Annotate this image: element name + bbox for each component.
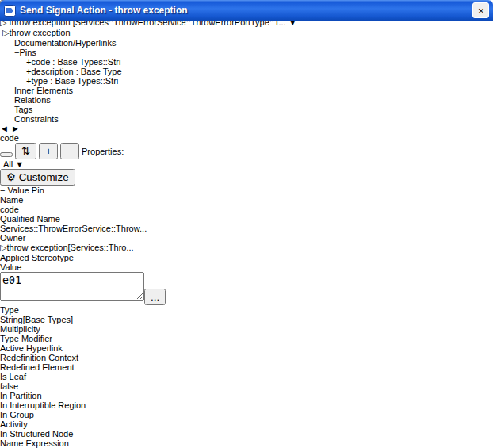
tree-item-type-base-types-stri[interactable]: +type : Base Types::Stri <box>0 76 493 86</box>
property-rows: NamecodeQualified NameServices::ThrowErr… <box>0 195 493 448</box>
customize-button[interactable]: ⚙ Customize <box>0 169 75 186</box>
property-row-type-modifier[interactable]: Type Modifier <box>0 334 493 343</box>
properties-label: Properties: <box>82 147 124 156</box>
sort-alphabetically-button[interactable]: ⇅ <box>15 143 36 159</box>
property-value[interactable]: false <box>0 381 493 391</box>
collapse-all-icon: − <box>67 145 73 157</box>
property-name: Type <box>0 305 493 315</box>
property-row-in-partition[interactable]: In Partition <box>0 391 493 400</box>
tree-item-throw-exception[interactable]: ▷throw exception <box>0 28 493 38</box>
property-name: Multiplicity <box>0 324 493 334</box>
property-value[interactable]: code <box>0 205 493 214</box>
property-name: Activity <box>0 419 493 429</box>
tree-item-description-base-type[interactable]: +description : Base Type <box>0 67 493 76</box>
property-value[interactable]: ▷throw exception[Services::Thro... <box>0 243 493 253</box>
open-value-editor-button[interactable]: ... <box>144 289 166 305</box>
customize-icon: ⚙ <box>6 171 16 183</box>
property-row-value[interactable]: Valuee01... <box>0 262 493 305</box>
sort-icon: ⇅ <box>21 145 30 157</box>
property-row-name[interactable]: Namecode <box>0 195 493 214</box>
section-collapse-icon[interactable]: − <box>0 186 5 195</box>
section-header[interactable]: − Value Pin <box>0 186 493 195</box>
property-row-active-hyperlink[interactable]: Active Hyperlink <box>0 343 493 353</box>
tree-item-label: Documentation/Hyperlinks <box>14 38 116 48</box>
titlebar[interactable]: Send Signal Action - throw exception × <box>0 0 493 21</box>
property-row-multiplicity[interactable]: Multiplicity <box>0 324 493 334</box>
tree-item-label: Constraints <box>14 114 59 124</box>
dialog-body: ← → History : ▷ throw exception [Service… <box>0 0 493 448</box>
window-title: Send Signal Action - throw exception <box>20 5 468 16</box>
tree-item-label: throw exception <box>9 28 70 37</box>
property-row-applied-stereotype[interactable]: Applied Stereotype <box>0 253 493 262</box>
property-value-text: throw exception <box>6 243 67 252</box>
property-name: Active Hyperlink <box>0 343 493 353</box>
property-row-activity[interactable]: Activity <box>0 419 493 429</box>
tree-item-constraints[interactable]: Constraints <box>0 114 493 124</box>
property-value-text: String <box>0 315 23 324</box>
property-name: Applied Stereotype <box>0 253 493 262</box>
properties-filter-value: All <box>3 159 13 169</box>
tree-item-label: Pins <box>19 48 36 57</box>
properties-filter-dropdown[interactable]: All ▼ <box>3 159 493 169</box>
value-editor[interactable]: e01 <box>0 272 144 301</box>
property-value-text: false <box>0 381 18 391</box>
scroll-right-button[interactable]: ► <box>11 124 20 133</box>
property-row-redefinition-context[interactable]: Redefinition Context <box>0 353 493 362</box>
property-row-in-interruptible-region[interactable]: In Interruptible Region <box>0 400 493 410</box>
property-name: Owner <box>0 233 493 243</box>
property-name: Qualified Name <box>0 214 493 224</box>
properties-filter-dropdown-button[interactable]: ▼ <box>15 159 24 169</box>
property-name: In Interruptible Region <box>0 400 493 410</box>
tree-item-label: code : Base Types::Stri <box>31 57 120 67</box>
property-value[interactable]: e01... <box>0 272 493 305</box>
properties-panel: code ⇅ + − Properties: All ▼ ⚙ Customize <box>0 133 493 448</box>
scroll-left-button[interactable]: ◄ <box>0 124 9 133</box>
value-editor-area[interactable]: e01... <box>0 272 493 305</box>
property-row-is-leaf[interactable]: Is Leaffalse <box>0 372 493 391</box>
property-grid: − Value Pin NamecodeQualified NameServic… <box>0 186 493 448</box>
tree-item-documentation-hyperlinks[interactable]: Documentation/Hyperlinks <box>0 38 493 48</box>
property-name: Redefinition Context <box>0 353 493 362</box>
property-name: Redefined Element <box>0 362 493 372</box>
tree-item-label: type : Base Types::Stri <box>31 76 118 86</box>
property-row-owner[interactable]: Owner▷throw exception[Services::Thro... <box>0 233 493 253</box>
property-value[interactable]: Services::ThrowErrorService::Throw... <box>0 224 493 233</box>
categorized-view-button[interactable] <box>0 152 13 157</box>
tree-item-tags[interactable]: Tags <box>0 105 493 114</box>
chevron-down-icon: ▼ <box>15 159 24 169</box>
group-title: code <box>0 133 19 143</box>
property-value[interactable]: String[Base Types] <box>0 315 493 324</box>
expand-all-button[interactable]: + <box>39 143 58 159</box>
scroll-right-icon: ► <box>11 124 20 133</box>
tree-item-pins[interactable]: −Pins <box>0 48 493 57</box>
property-row-name-expression[interactable]: Name Expression <box>0 438 493 448</box>
close-button[interactable]: × <box>472 2 489 18</box>
property-row-in-structured-node[interactable]: In Structured Node <box>0 429 493 438</box>
tree-item-label: Inner Elements <box>14 86 73 95</box>
tree-item-relations[interactable]: Relations <box>0 95 493 105</box>
tree: ▷throw exceptionDocumentation/Hyperlinks… <box>0 28 493 124</box>
expand-all-icon: + <box>45 145 52 157</box>
tree-item-inner-elements[interactable]: Inner Elements <box>0 86 493 95</box>
tree-panel: ▷throw exceptionDocumentation/Hyperlinks… <box>0 28 493 133</box>
tree-item-label: Tags <box>14 105 32 114</box>
property-name: Name Expression <box>0 438 493 448</box>
property-name: In Structured Node <box>0 429 493 438</box>
property-name: Is Leaf <box>0 372 493 381</box>
property-value-text: code <box>0 205 19 214</box>
property-row-redefined-element[interactable]: Redefined Element <box>0 362 493 372</box>
property-name: In Partition <box>0 391 493 400</box>
property-value-path: [Base Types] <box>23 315 73 324</box>
property-name: In Group <box>0 410 493 419</box>
tree-horizontal-scrollbar[interactable]: ◄ ► <box>0 124 493 133</box>
tree-item-code-base-types-stri[interactable]: +code : Base Types::Stri <box>0 57 493 67</box>
property-row-type[interactable]: TypeString[Base Types] <box>0 305 493 324</box>
collapse-all-button[interactable]: − <box>60 143 79 159</box>
property-row-qualified-name[interactable]: Qualified NameServices::ThrowErrorServic… <box>0 214 493 233</box>
customize-label: Customize <box>19 171 69 183</box>
app-icon <box>4 5 16 17</box>
properties-toolbar: ⇅ + − Properties: All ▼ ⚙ Customize <box>0 143 493 186</box>
tree-item-label: Relations <box>14 95 51 105</box>
property-row-in-group[interactable]: In Group <box>0 410 493 419</box>
property-name: Name <box>0 195 493 205</box>
